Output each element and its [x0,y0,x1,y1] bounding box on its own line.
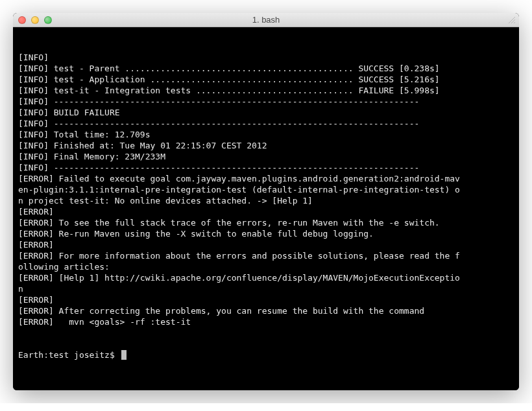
traffic-lights [18,16,52,24]
terminal-line: [ERROR] Failed to execute goal com.jaywa… [18,173,514,184]
resize-icon [507,16,516,25]
terminal-line: [INFO] test - Application ..............… [18,74,514,85]
close-button[interactable] [18,16,26,24]
terminal-line: [ERROR] [18,206,514,217]
terminal-line: [INFO] ---------------------------------… [18,162,514,173]
terminal-line: ollowing articles: [18,261,514,272]
terminal-line: [ERROR] Re-run Maven using the -X switch… [18,228,514,239]
terminal-line: [INFO] Final Memory: 23M/233M [18,151,514,162]
terminal-line: [ERROR] mvn <goals> -rf :test-it [18,316,514,327]
prompt-line[interactable]: Earth:test joseitz$ [18,349,514,360]
terminal-line: [INFO] Finished at: Tue May 01 22:15:07 … [18,140,514,151]
terminal-line: [INFO] ---------------------------------… [18,118,514,129]
prompt-text: Earth:test joseitz$ [18,349,120,360]
terminal-line: [ERROR] To see the full stack trace of t… [18,217,514,228]
title-bar: 1. bash [13,13,519,27]
terminal-line: en-plugin:3.1.1:internal-pre-integration… [18,184,514,195]
window-title: 1. bash [13,15,519,25]
terminal-line: [ERROR] [18,294,514,305]
terminal-window: 1. bash [INFO][INFO] test - Parent .....… [13,13,519,390]
terminal-line: [ERROR] [Help 1] http://cwiki.apache.org… [18,272,514,283]
terminal-line: [INFO] test - Parent ...................… [18,63,514,74]
terminal-line: n project test-it: No online devices att… [18,195,514,206]
terminal-line: [ERROR] For more information about the e… [18,250,514,261]
terminal-line: [INFO] BUILD FAILURE [18,107,514,118]
terminal-output: [INFO][INFO] test - Parent .............… [18,52,514,327]
terminal-line: n [18,283,514,294]
maximize-button[interactable] [44,16,52,24]
terminal-line: [INFO] Total time: 12.709s [18,129,514,140]
terminal-line: [INFO] ---------------------------------… [18,96,514,107]
terminal-line: [ERROR] After correcting the problems, y… [18,305,514,316]
terminal-line: [ERROR] [18,239,514,250]
terminal-line: [INFO] test-it - Integration tests .....… [18,85,514,96]
cursor [121,350,127,360]
terminal-line: [INFO] [18,52,514,63]
minimize-button[interactable] [31,16,39,24]
terminal-body[interactable]: [INFO][INFO] test - Parent .............… [13,27,519,390]
